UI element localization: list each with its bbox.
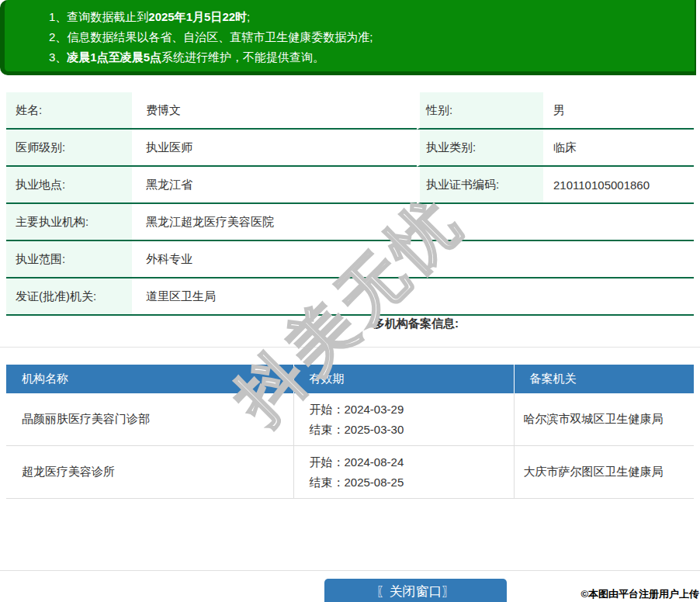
practice-scope-value: 外科专业: [132, 241, 694, 279]
certificate-number-label: 执业证书编码:: [417, 167, 543, 204]
column-header-validity: 有效期: [293, 365, 514, 393]
notice-line-1: 1、查询数据截止到2025年1月5日22时;: [49, 7, 695, 27]
section-divider: [0, 347, 700, 348]
institution-name: 超龙医疗美容诊所: [6, 446, 293, 499]
notice-line-3-suffix: 系统进行维护，不能提供查询。: [161, 50, 324, 64]
filing-authority: 哈尔滨市双城区卫生健康局: [514, 393, 694, 446]
notice-line-3-bold: 凌晨1点至凌晨5点: [67, 50, 161, 64]
filing-section-title: 多机构备案信息:: [0, 317, 700, 331]
table-row: 晶颜丽肤医疗美容门诊部 开始：2024-03-29 结束：2025-03-30 …: [6, 393, 694, 446]
practice-category-value: 临床: [543, 130, 694, 167]
notice-line-1-text: 1、查询数据截止到: [49, 10, 148, 23]
filing-header-row: 机构名称 有效期 备案机关: [6, 365, 694, 393]
practice-scope-label: 执业范围:: [6, 241, 132, 279]
table-row: 姓名: 费博文 性别: 男: [6, 92, 694, 130]
table-row: 医师级别: 执业医师 执业类别: 临床: [6, 130, 694, 167]
copyright-watermark-text: ©本图由平台注册用户上传: [580, 587, 699, 601]
notice-line-3-text: 3、: [49, 50, 67, 64]
footer-divider: [0, 570, 700, 571]
column-header-institution: 机构名称: [6, 365, 293, 393]
main-institution-label: 主要执业机构:: [6, 204, 132, 241]
notice-line-1-suffix: ;: [247, 10, 250, 23]
notice-line-2-text: 2、信息数据结果以各省、自治区、直辖市卫生健康委数据为准;: [49, 30, 373, 43]
doctor-info-table: 姓名: 费博文 性别: 男 医师级别: 执业医师 执业类别: 临床 执业地点: …: [6, 92, 694, 316]
gender-value: 男: [543, 92, 694, 130]
doctor-level-label: 医师级别:: [6, 130, 132, 167]
issuing-authority-value: 道里区卫生局: [132, 279, 694, 316]
table-row: 执业地点: 黑龙江省 执业证书编码: 210110105001860: [6, 167, 694, 204]
table-row: 执业范围: 外科专业: [6, 241, 694, 279]
validity-end: 结束：2025-03-30: [310, 420, 513, 440]
table-row: 主要执业机构: 黑龙江超龙医疗美容医院: [6, 204, 694, 241]
institution-name: 晶颜丽肤医疗美容门诊部: [6, 393, 293, 446]
table-row: 超龙医疗美容诊所 开始：2024-08-24 结束：2025-08-25 大庆市…: [6, 446, 694, 499]
validity-start: 开始：2024-03-29: [310, 400, 513, 420]
doctor-level-value: 执业医师: [132, 130, 417, 167]
column-header-authority: 备案机关: [514, 365, 694, 393]
validity-period: 开始：2024-03-29 结束：2025-03-30: [293, 393, 514, 446]
notice-line-2: 2、信息数据结果以各省、自治区、直辖市卫生健康委数据为准;: [49, 27, 695, 47]
validity-start: 开始：2024-08-24: [310, 452, 513, 472]
main-institution-value: 黑龙江超龙医疗美容医院: [132, 204, 694, 241]
filing-authority: 大庆市萨尔图区卫生健康局: [514, 446, 694, 499]
gender-label: 性别:: [417, 92, 543, 130]
table-row: 发证(批准)机关: 道里区卫生局: [6, 279, 694, 316]
notice-line-1-bold: 2025年1月5日22时: [148, 10, 247, 23]
notice-line-3: 3、凌晨1点至凌晨5点系统进行维护，不能提供查询。: [49, 47, 695, 67]
issuing-authority-label: 发证(批准)机关:: [6, 279, 132, 316]
validity-end: 结束：2025-08-25: [310, 472, 513, 493]
name-label: 姓名:: [6, 92, 132, 130]
practice-category-label: 执业类别:: [417, 130, 543, 167]
practice-location-value: 黑龙江省: [132, 167, 417, 204]
validity-period: 开始：2024-08-24 结束：2025-08-25: [293, 446, 514, 499]
filing-table: 机构名称 有效期 备案机关 晶颜丽肤医疗美容门诊部 开始：2024-03-29 …: [6, 365, 694, 499]
certificate-number-value: 210110105001860: [543, 167, 694, 204]
notice-banner: 1、查询数据截止到2025年1月5日22时; 2、信息数据结果以各省、自治区、直…: [0, 0, 696, 75]
name-value: 费博文: [132, 92, 417, 130]
practice-location-label: 执业地点:: [6, 167, 132, 204]
close-window-button[interactable]: 〖关闭窗口〗: [324, 579, 507, 602]
